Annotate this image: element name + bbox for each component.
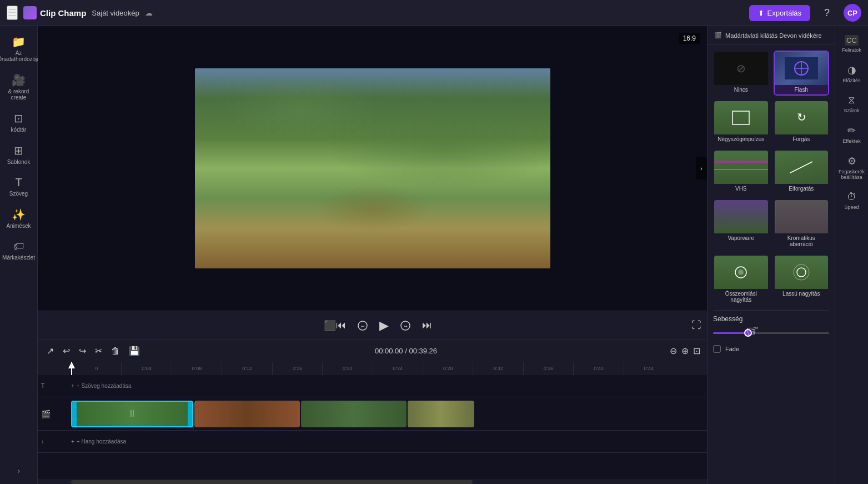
sidebar-item-text[interactable]: T Szöveg <box>2 172 36 201</box>
speed-slider-thumb[interactable] <box>744 329 752 337</box>
sidebar-item-media[interactable]: 📁 Az Önadathordozója <box>2 31 36 67</box>
play-button[interactable]: ▶ <box>379 318 389 333</box>
sidebar-expand-button[interactable]: › <box>13 462 24 480</box>
select-tool-button[interactable]: ↗ <box>44 343 56 358</box>
transition-slow-zoom-label: Lassú nagyítás <box>775 289 829 298</box>
captions-label: Feliratok <box>842 47 861 53</box>
far-right-wheels[interactable]: ⚙ Fogaskerék beállítása <box>836 151 867 184</box>
far-right-effects[interactable]: ✏ Effektek <box>836 120 867 148</box>
video-clip-3[interactable] <box>301 401 407 427</box>
redo-button[interactable]: ↪ <box>77 343 88 358</box>
video-clip-1[interactable]: ⏸ <box>71 401 193 427</box>
sidebar-item-text-label: Szöveg <box>9 191 28 197</box>
transition-vhs[interactable]: VHS <box>713 149 769 194</box>
sidebar-item-record[interactable]: 🎥 & rekord create <box>2 69 36 105</box>
transition-square-pulse[interactable]: Négyszögimpulzus <box>713 100 769 145</box>
text-track-label: T <box>38 383 71 389</box>
transition-none[interactable]: ⊘ Nincs <box>713 51 769 96</box>
timeline-scrollbar-thumb[interactable] <box>71 480 473 484</box>
transition-tilt[interactable]: Elforgatás <box>774 149 830 194</box>
menu-button[interactable]: ☰ <box>7 6 18 20</box>
project-name[interactable]: Saját videokép <box>92 9 139 17</box>
fade-checkbox[interactable] <box>713 345 721 353</box>
far-right-color[interactable]: ◑ Élőzítés <box>836 59 867 88</box>
ruler-mark-28: 0:28 <box>423 362 473 375</box>
timeline-area: 0 0:04 0:08 0:12 0:16 0:20 0:24 0:28 0:3… <box>38 362 707 484</box>
audio-track-content[interactable]: + + Hang hozzáadása <box>71 431 707 452</box>
clip-handle-right-1[interactable] <box>188 402 192 426</box>
transition-vaporware[interactable]: Vaporware <box>713 199 769 250</box>
right-panel: 🎬 Madártávlati kilátás Devon vidékére ⊘ … <box>707 26 835 484</box>
video-clip-2[interactable] <box>194 401 300 427</box>
filters-label: Szűrök <box>844 108 859 113</box>
wheels-label: Fogaskerék beállítása <box>839 169 865 180</box>
ruler-marks: 0 0:04 0:08 0:12 0:16 0:20 0:24 0:28 0:3… <box>71 362 674 375</box>
captions-icon: CC <box>845 35 859 46</box>
aspect-ratio-badge[interactable]: 16:9 <box>679 33 700 44</box>
clip-thumbnail-3 <box>301 401 407 427</box>
video-track-content: ⏸ <box>71 397 707 430</box>
skip-to-start-button[interactable]: ⏮ <box>336 320 346 331</box>
transition-tilt-thumb <box>775 151 829 184</box>
transition-slow-zoom[interactable]: Lassú nagyítás <box>774 255 830 306</box>
zoom-fit-button[interactable]: ⊡ <box>693 346 700 356</box>
add-text-button[interactable]: + + Szöveg hozzáadása <box>71 383 132 389</box>
far-right-filters[interactable]: ⧖ Szűrök <box>836 90 867 118</box>
transition-square-pulse-label: Négyszögimpulzus <box>714 134 768 144</box>
sidebar-item-library[interactable]: ⊡ kódtár <box>2 107 36 137</box>
far-right-captions[interactable]: CC Feliratok <box>836 31 867 57</box>
skip-to-end-button[interactable]: ⏭ <box>422 320 432 331</box>
audio-track-row: ♪ + + Hang hozzáadása <box>38 431 707 453</box>
transition-spin[interactable]: ↻ Forgás <box>774 100 830 145</box>
video-frame <box>195 68 550 268</box>
far-right-speed[interactable]: ⏱ Speed <box>836 187 867 214</box>
svg-point-15 <box>797 268 806 277</box>
sidebar-item-animations[interactable]: ✨ Animések <box>2 203 36 233</box>
cut-tool-button[interactable]: ✂ <box>93 343 104 358</box>
delete-button[interactable]: 🗑 <box>109 344 122 358</box>
export-upload-icon: ⬆ <box>758 9 764 17</box>
timeline-playhead[interactable] <box>71 362 72 375</box>
transition-zoom-in-label: Összeomlási nagyítás <box>714 289 768 305</box>
preview-video <box>195 68 550 268</box>
forward-button[interactable]: ↪ <box>400 320 411 331</box>
filters-icon: ⧖ <box>848 94 855 106</box>
rewind-button[interactable]: ↩ <box>357 320 368 331</box>
transition-tilt-label: Elforgatás <box>775 184 829 193</box>
ruler-mark-0: 0 <box>71 362 121 375</box>
ruler-mark-16: 0:16 <box>272 362 322 375</box>
user-avatar-button[interactable]: CP <box>844 4 861 22</box>
timeline-scrollbar[interactable] <box>38 480 707 484</box>
text-track-content[interactable]: + + Szöveg hozzáadása <box>71 375 707 397</box>
svg-text:↻: ↻ <box>796 111 806 123</box>
save-button[interactable]: 💾 <box>127 343 142 358</box>
export-button[interactable]: ⬆ Exportálás <box>749 5 810 21</box>
undo-button[interactable]: ↩ <box>61 343 72 358</box>
transition-vhs-label: VHS <box>714 184 768 193</box>
help-button[interactable]: ? <box>818 4 836 22</box>
timeline-tracks: T + + Szöveg hozzáadása 🎬 <box>38 375 707 480</box>
captions-button[interactable]: ⬛ <box>324 320 336 332</box>
transition-flash[interactable]: Flash <box>774 51 830 96</box>
add-audio-button[interactable]: + + Hang hozzáadása <box>71 438 126 445</box>
zoom-in-button[interactable]: ⊕ <box>681 346 689 356</box>
effects-label: Effektek <box>842 138 860 144</box>
transition-chromatic[interactable]: Kromatikus aberráció <box>774 199 830 250</box>
right-panel-header: 🎬 Madártávlati kilátás Devon vidékére <box>708 26 835 45</box>
speed-slider-track[interactable] <box>713 332 829 334</box>
right-panel-header-icon: 🎬 <box>714 32 722 39</box>
transition-zoom-in[interactable]: Összeomlási nagyítás <box>713 255 769 306</box>
sidebar-item-brand[interactable]: 🏷 Márkakészlet <box>2 236 36 265</box>
video-landscape <box>195 68 550 268</box>
right-panel-content: ⊘ Nincs Flash <box>708 45 835 484</box>
sidebar-item-templates[interactable]: ⊞ Sablonok <box>2 139 36 169</box>
app-title: Clip Champ <box>40 8 86 18</box>
transition-vaporware-thumb <box>714 200 768 233</box>
zoom-out-button[interactable]: ⊖ <box>670 346 677 356</box>
clip-handle-left-1[interactable] <box>72 402 77 426</box>
video-clip-4[interactable] <box>408 401 474 427</box>
plus-icon: + <box>71 383 74 389</box>
panel-expand-right-button[interactable]: › <box>696 157 707 179</box>
svg-line-11 <box>790 162 812 173</box>
fullscreen-button[interactable]: ⛶ <box>691 320 701 331</box>
